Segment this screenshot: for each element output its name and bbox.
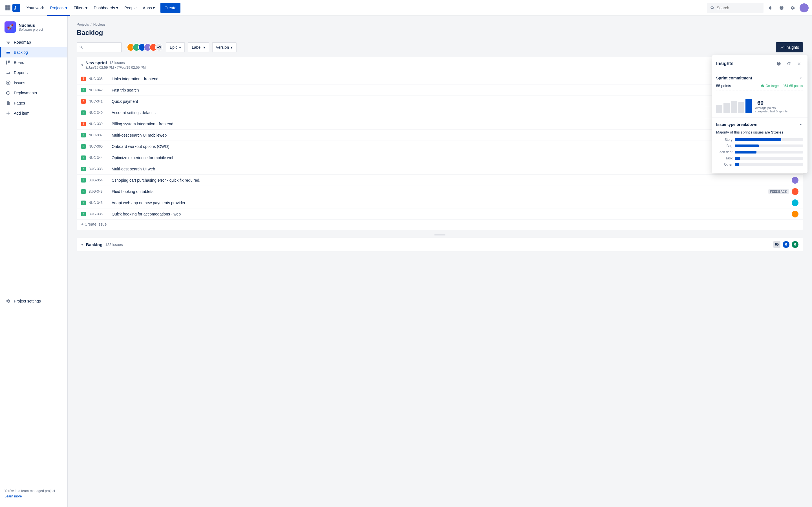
sidebar-item-project-settings[interactable]: Project settings [0,296,67,306]
sidebar-item-roadmap[interactable]: Roadmap [0,37,67,47]
story-type-icon: ↑ [81,201,86,205]
issue-row[interactable]: ↑ BUG-343 Fluid booking on tablets FEEDB… [77,186,803,197]
issue-row[interactable]: ↑ BUG-336 Quick booking for accomodation… [77,209,803,220]
sidebar-item-issues[interactable]: Issues [0,78,67,88]
dashboards-nav[interactable]: Dashboards ▾ [91,2,121,13]
breakdown-bar-bg [735,151,803,154]
insights-refresh-button[interactable] [785,60,793,68]
breadcrumb: Projects / Nucleus [77,22,803,26]
insights-close-button[interactable] [795,60,803,68]
divider[interactable] [77,232,803,238]
issue-key: BUG-354 [89,178,109,182]
issue-summary: Optimize experience for mobile web [112,156,770,160]
breakdown-bar-bg [735,157,803,160]
issue-key: NUC-341 [89,100,109,103]
sidebar-item-pages[interactable]: Pages [0,98,67,108]
sidebar-item-reports[interactable]: Reports [0,68,67,78]
create-issue-row[interactable]: + Create issue [77,220,803,230]
notifications-button[interactable] [766,3,775,12]
breakdown-row: Other [716,163,803,166]
top-navigation: J Your work Projects ▾ Filters ▾ Dashboa… [0,0,812,16]
issue-key: BUG-336 [89,212,109,216]
issue-summary: Links integration - frontend [112,76,770,81]
user-avatar[interactable] [800,3,809,12]
jira-logo[interactable]: J [12,4,20,12]
issue-key: BUG-343 [89,189,109,193]
insights-help-button[interactable] [775,60,783,68]
story-type-icon: ↑ [81,88,86,93]
issue-summary: Fast trip search [112,88,765,93]
bar-fill [731,101,737,113]
svg-rect-3 [5,7,7,9]
create-button[interactable]: Create [160,3,180,13]
more-avatars[interactable]: +3 [155,43,163,51]
breadcrumb-nucleus[interactable]: Nucleus [93,22,105,26]
settings-button[interactable] [788,3,797,12]
issue-row[interactable]: ↑ NUC-344 Optimize experience for mobile… [77,152,803,163]
version-filter[interactable]: Version ▾ [212,42,237,52]
people-nav[interactable]: People [121,2,140,13]
issue-row[interactable]: ↑ NUC-342 Fast trip search ACCOUNTS [77,84,803,96]
project-header[interactable]: 🚀 Nucleus Software project [0,19,67,37]
issue-row[interactable]: ! NUC-335 Links integration - frontend B… [77,73,803,84]
search-box[interactable] [707,3,763,13]
issue-key: NUC-346 [89,201,109,205]
label-filter[interactable]: Label ▾ [188,42,209,52]
issue-summary: Billing system integration - frontend [112,122,789,126]
grid-menu-icon[interactable] [3,3,12,12]
breakdown-subtitle: Majority of this sprint's issues are Sto… [716,130,803,134]
issue-row[interactable]: ↑ NUC-340 Account settings defaults ACCO… [77,107,803,118]
issue-summary: Multi-dest search UI web [112,167,765,171]
sidebar-item-board[interactable]: Board [0,57,67,68]
issue-row[interactable]: ↑ NUC-346 Adapt web app no new payments … [77,197,803,209]
svg-rect-5 [9,7,10,9]
breakdown-bar-bg [735,145,803,147]
issue-key: NUC-360 [89,145,109,149]
svg-rect-12 [8,61,9,63]
insights-button[interactable]: Insights [776,42,803,52]
insights-panel: Insights Sprint commitment [712,55,808,173]
backlog-search-input[interactable] [85,45,113,50]
issue-row[interactable]: ↑ NUC-360 Onboard workout options (OWO) … [77,141,803,152]
apps-nav[interactable]: Apps ▾ [140,2,158,13]
sprint-header[interactable]: ▾ New sprint 13 issues 3/Jan/19 02:59 PM… [77,57,803,73]
sidebar-item-deployments[interactable]: Deployments [0,88,67,98]
svg-rect-0 [5,5,7,7]
backlog-open-badge: 0 [783,241,790,248]
add-item-icon [5,110,11,116]
projects-nav[interactable]: Projects ▾ [47,2,70,13]
breakdown-type-label: Task [716,156,732,160]
issue-summary: Onboard workout options (OWO) [112,144,765,149]
search-input[interactable] [717,6,756,10]
backlog-search-icon [80,46,83,49]
sprint-chevron-icon: ▾ [81,63,83,67]
backlog-search[interactable] [77,42,122,52]
issue-label: FEEDBACK [768,189,789,194]
breakdown-bar-fill [735,163,739,166]
bar-fill [746,99,752,113]
app-layout: 🚀 Nucleus Software project Roadmap Backl… [0,16,812,507]
breakdown-type-label: Story [716,138,732,142]
issue-row[interactable]: ! NUC-339 Billing system integration - f… [77,118,803,129]
issue-avatar [792,211,799,217]
breakdown-type-label: Bug [716,144,732,148]
sprint-bar [723,103,730,113]
sidebar-item-add-item[interactable]: Add item [0,108,67,118]
sidebar-item-backlog[interactable]: Backlog [0,47,67,57]
issue-row[interactable]: ↑ NUC-337 Multi-dest search UI mobileweb… [77,129,803,141]
epic-filter[interactable]: Epic ▾ [166,42,185,52]
your-work-nav[interactable]: Your work [24,2,47,13]
project-type: Software project [18,27,43,32]
issue-row[interactable]: ↑ BUG-338 Multi-dest search UI web ACCOU… [77,163,803,175]
sprint-section: ▾ New sprint 13 issues 3/Jan/19 02:59 PM… [77,57,803,230]
help-button[interactable] [777,3,786,12]
svg-point-15 [7,82,9,83]
issue-summary: Adapt web app no new payments provider [112,201,789,205]
learn-more-link[interactable]: Learn more [4,494,22,498]
breadcrumb-projects[interactable]: Projects [77,22,89,26]
issue-row[interactable]: ↑ BUG-354 Cshoping cart purchasing error… [77,175,803,186]
filters-nav[interactable]: Filters ▾ [71,2,90,13]
issue-row[interactable]: ! NUC-341 Quick payment FEEDBACK [77,96,803,107]
sidebar-footer: You're in a team-managed project Learn m… [0,484,67,504]
backlog-section-header[interactable]: ▾ Backlog 122 issues 65 0 0 [77,238,803,251]
